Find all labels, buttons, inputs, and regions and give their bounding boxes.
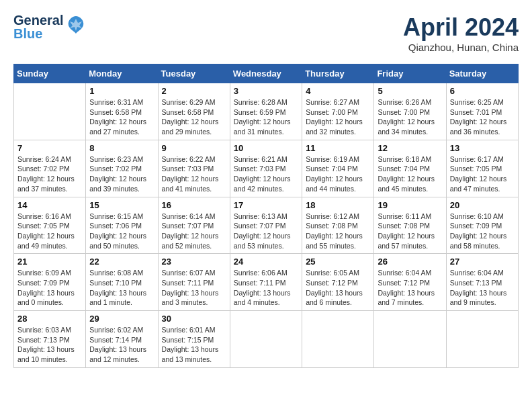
day-number: 3 <box>234 86 298 96</box>
calendar-cell: 1Sunrise: 6:31 AMSunset: 6:58 PMDaylight… <box>86 83 158 140</box>
day-info: Sunrise: 6:26 AMSunset: 7:00 PMDaylight:… <box>378 97 442 137</box>
day-number: 23 <box>162 257 226 267</box>
calendar-cell: 12Sunrise: 6:18 AMSunset: 7:04 PMDayligh… <box>374 140 446 197</box>
day-number: 19 <box>378 200 442 210</box>
day-info: Sunrise: 6:25 AMSunset: 7:01 PMDaylight:… <box>450 97 515 137</box>
day-number: 12 <box>378 143 442 153</box>
calendar-cell: 17Sunrise: 6:13 AMSunset: 7:07 PMDayligh… <box>230 197 302 254</box>
calendar-cell: 18Sunrise: 6:12 AMSunset: 7:08 PMDayligh… <box>302 197 374 254</box>
calendar-cell: 5Sunrise: 6:26 AMSunset: 7:00 PMDaylight… <box>374 83 446 140</box>
calendar-cell: 20Sunrise: 6:10 AMSunset: 7:09 PMDayligh… <box>446 197 518 254</box>
logo-blue: Blue <box>13 27 63 40</box>
day-number: 25 <box>306 257 370 267</box>
calendar-cell: 8Sunrise: 6:23 AMSunset: 7:02 PMDaylight… <box>86 140 158 197</box>
logo-general: General <box>13 13 63 27</box>
day-info: Sunrise: 6:09 AMSunset: 7:09 PMDaylight:… <box>17 268 82 308</box>
day-info: Sunrise: 6:04 AMSunset: 7:12 PMDaylight:… <box>378 268 442 308</box>
calendar-cell: 16Sunrise: 6:14 AMSunset: 7:07 PMDayligh… <box>158 197 230 254</box>
day-info: Sunrise: 6:15 AMSunset: 7:06 PMDaylight:… <box>89 212 154 251</box>
day-info: Sunrise: 6:19 AMSunset: 7:04 PMDaylight:… <box>306 154 370 194</box>
day-number: 8 <box>89 143 154 153</box>
month-title: April 2024 <box>403 13 519 42</box>
week-row-4: 21Sunrise: 6:09 AMSunset: 7:09 PMDayligh… <box>14 254 519 311</box>
day-number: 28 <box>17 314 82 324</box>
week-row-5: 28Sunrise: 6:03 AMSunset: 7:13 PMDayligh… <box>14 311 519 368</box>
day-number: 22 <box>89 257 154 267</box>
calendar-cell: 3Sunrise: 6:28 AMSunset: 6:59 PMDaylight… <box>230 83 302 140</box>
day-info: Sunrise: 6:28 AMSunset: 6:59 PMDaylight:… <box>234 97 298 137</box>
day-number: 11 <box>306 143 370 153</box>
day-number: 29 <box>89 314 154 324</box>
calendar-cell: 2Sunrise: 6:29 AMSunset: 6:58 PMDaylight… <box>158 83 230 140</box>
day-number: 2 <box>162 86 226 96</box>
day-info: Sunrise: 6:31 AMSunset: 6:58 PMDaylight:… <box>89 97 154 137</box>
calendar-cell: 30Sunrise: 6:01 AMSunset: 7:15 PMDayligh… <box>158 311 230 368</box>
day-info: Sunrise: 6:03 AMSunset: 7:13 PMDaylight:… <box>17 325 82 365</box>
calendar-cell: 6Sunrise: 6:25 AMSunset: 7:01 PMDaylight… <box>446 83 518 140</box>
day-info: Sunrise: 6:02 AMSunset: 7:14 PMDaylight:… <box>89 325 154 365</box>
calendar-cell: 23Sunrise: 6:07 AMSunset: 7:11 PMDayligh… <box>158 254 230 311</box>
calendar-cell: 21Sunrise: 6:09 AMSunset: 7:09 PMDayligh… <box>14 254 86 311</box>
calendar-cell: 15Sunrise: 6:15 AMSunset: 7:06 PMDayligh… <box>86 197 158 254</box>
week-row-3: 14Sunrise: 6:16 AMSunset: 7:05 PMDayligh… <box>14 197 519 254</box>
calendar-cell: 22Sunrise: 6:08 AMSunset: 7:10 PMDayligh… <box>86 254 158 311</box>
weekday-header-saturday: Saturday <box>446 64 518 83</box>
day-info: Sunrise: 6:06 AMSunset: 7:11 PMDaylight:… <box>234 268 298 308</box>
day-info: Sunrise: 6:10 AMSunset: 7:09 PMDaylight:… <box>450 212 515 251</box>
calendar-cell: 24Sunrise: 6:06 AMSunset: 7:11 PMDayligh… <box>230 254 302 311</box>
weekday-header-tuesday: Tuesday <box>158 64 230 83</box>
calendar-cell <box>230 311 302 368</box>
day-number: 6 <box>450 86 515 96</box>
day-info: Sunrise: 6:07 AMSunset: 7:11 PMDaylight:… <box>162 268 226 308</box>
calendar-cell: 11Sunrise: 6:19 AMSunset: 7:04 PMDayligh… <box>302 140 374 197</box>
calendar-cell: 29Sunrise: 6:02 AMSunset: 7:14 PMDayligh… <box>86 311 158 368</box>
weekday-header-wednesday: Wednesday <box>230 64 302 83</box>
day-number: 15 <box>89 200 154 210</box>
location: Qianzhou, Hunan, China <box>403 42 519 53</box>
calendar-cell <box>302 311 374 368</box>
calendar-cell: 13Sunrise: 6:17 AMSunset: 7:05 PMDayligh… <box>446 140 518 197</box>
calendar-table: SundayMondayTuesdayWednesdayThursdayFrid… <box>13 64 519 368</box>
day-info: Sunrise: 6:24 AMSunset: 7:02 PMDaylight:… <box>17 154 82 194</box>
calendar-cell: 25Sunrise: 6:05 AMSunset: 7:12 PMDayligh… <box>302 254 374 311</box>
day-info: Sunrise: 6:17 AMSunset: 7:05 PMDaylight:… <box>450 154 515 194</box>
day-number: 16 <box>162 200 226 210</box>
day-info: Sunrise: 6:23 AMSunset: 7:02 PMDaylight:… <box>89 154 154 194</box>
day-number: 14 <box>17 200 82 210</box>
day-info: Sunrise: 6:21 AMSunset: 7:03 PMDaylight:… <box>234 154 298 194</box>
calendar-cell: 4Sunrise: 6:27 AMSunset: 7:00 PMDaylight… <box>302 83 374 140</box>
day-info: Sunrise: 6:14 AMSunset: 7:07 PMDaylight:… <box>162 212 226 251</box>
weekday-header-sunday: Sunday <box>14 64 86 83</box>
day-info: Sunrise: 6:22 AMSunset: 7:03 PMDaylight:… <box>162 154 226 194</box>
week-row-2: 7Sunrise: 6:24 AMSunset: 7:02 PMDaylight… <box>14 140 519 197</box>
day-info: Sunrise: 6:18 AMSunset: 7:04 PMDaylight:… <box>378 154 442 194</box>
day-number: 27 <box>450 257 515 267</box>
calendar-cell: 28Sunrise: 6:03 AMSunset: 7:13 PMDayligh… <box>14 311 86 368</box>
day-number: 13 <box>450 143 515 153</box>
day-number: 21 <box>17 257 82 267</box>
day-number: 24 <box>234 257 298 267</box>
day-info: Sunrise: 6:11 AMSunset: 7:08 PMDaylight:… <box>378 212 442 251</box>
day-info: Sunrise: 6:01 AMSunset: 7:15 PMDaylight:… <box>162 325 226 365</box>
day-info: Sunrise: 6:04 AMSunset: 7:13 PMDaylight:… <box>450 268 515 308</box>
logo: General Blue <box>13 13 86 40</box>
day-number: 17 <box>234 200 298 210</box>
calendar-cell <box>14 83 86 140</box>
calendar-header-row: SundayMondayTuesdayWednesdayThursdayFrid… <box>14 64 519 83</box>
day-number: 26 <box>378 257 442 267</box>
calendar-cell: 19Sunrise: 6:11 AMSunset: 7:08 PMDayligh… <box>374 197 446 254</box>
weekday-header-monday: Monday <box>86 64 158 83</box>
day-info: Sunrise: 6:05 AMSunset: 7:12 PMDaylight:… <box>306 268 370 308</box>
calendar-cell: 14Sunrise: 6:16 AMSunset: 7:05 PMDayligh… <box>14 197 86 254</box>
weekday-header-thursday: Thursday <box>302 64 374 83</box>
calendar-cell: 26Sunrise: 6:04 AMSunset: 7:12 PMDayligh… <box>374 254 446 311</box>
day-info: Sunrise: 6:29 AMSunset: 6:58 PMDaylight:… <box>162 97 226 137</box>
day-number: 18 <box>306 200 370 210</box>
day-number: 9 <box>162 143 226 153</box>
calendar-cell: 27Sunrise: 6:04 AMSunset: 7:13 PMDayligh… <box>446 254 518 311</box>
calendar-cell <box>374 311 446 368</box>
day-number: 4 <box>306 86 370 96</box>
day-info: Sunrise: 6:08 AMSunset: 7:10 PMDaylight:… <box>89 268 154 308</box>
weekday-header-friday: Friday <box>374 64 446 83</box>
calendar-cell: 7Sunrise: 6:24 AMSunset: 7:02 PMDaylight… <box>14 140 86 197</box>
